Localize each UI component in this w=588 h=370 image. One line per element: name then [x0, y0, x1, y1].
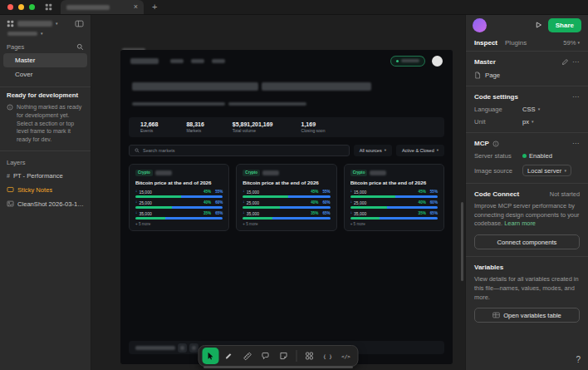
enabled-status-dot [522, 154, 527, 158]
present-icon[interactable] [535, 21, 542, 29]
market-card[interactable]: Crypto Bitcoin price at the end of 2026 … [236, 164, 336, 231]
user-avatar[interactable] [473, 18, 487, 32]
market-card[interactable]: Crypto Bitcoin price at the end of 2026 … [129, 164, 229, 231]
more-outcomes-label[interactable]: + 5 more [135, 222, 223, 226]
status-dropdown[interactable]: Active & Closed ▾ [396, 145, 444, 156]
arrow-down-icon: ↓ [350, 200, 352, 205]
file-tab[interactable]: × [61, 0, 144, 14]
inspect-cursor-tool[interactable] [203, 348, 219, 364]
annotate-tool[interactable] [221, 348, 238, 364]
language-dropdown[interactable]: CSS ▾ [522, 106, 540, 113]
stat-volume: $5,891,201,169 Total volume [233, 121, 273, 134]
outcome-row[interactable]: ↓ 35,000 35% 65% [243, 211, 330, 220]
arrow-down-icon: ↓ [135, 200, 137, 205]
chevron-down-icon: ▾ [577, 41, 580, 45]
search-icon[interactable] [76, 43, 84, 51]
card-title: Bitcoin price at the end of 2026 [350, 180, 438, 186]
figma-dev-mode-window: × + ▾ ▾ [0, 0, 588, 370]
sidebar-page-master[interactable]: Master [3, 53, 87, 67]
edit-icon[interactable] [561, 58, 569, 66]
outcome-row[interactable]: ↓ 25,000 40% 60% [135, 200, 223, 209]
file-header: ▾ ▾ [0, 15, 91, 37]
search-input[interactable] [143, 148, 344, 153]
footer-action-button[interactable] [178, 343, 187, 353]
stat-value: 88,316 [186, 121, 203, 129]
more-options-icon[interactable]: ⋯ [572, 59, 580, 66]
outcome-bar [350, 195, 438, 198]
outcome-row[interactable]: ↓ 25,000 40% 60% [350, 200, 438, 209]
chevron-down-icon[interactable]: ▾ [56, 22, 58, 26]
connect-components-button[interactable]: Connect components [474, 234, 580, 249]
close-tab-icon[interactable]: × [134, 3, 138, 11]
sidebar-page-cover[interactable]: Cover [3, 67, 87, 81]
more-options-icon[interactable]: ⋯ [572, 94, 580, 101]
sources-dropdown[interactable]: All sources ▾ [354, 145, 392, 156]
page-row[interactable]: Page [474, 72, 580, 79]
more-outcomes-label[interactable]: + 5 more [350, 222, 438, 226]
minimize-window-button[interactable] [18, 4, 24, 10]
toggle-panel-icon[interactable] [75, 20, 84, 27]
yes-percent: 45% [203, 190, 211, 194]
redacted-hero-line [262, 82, 371, 91]
chevron-down-icon[interactable]: ▾ [41, 32, 43, 36]
home-grid-icon[interactable] [45, 3, 52, 11]
layer-item-section[interactable]: Sticky Notes [0, 183, 91, 197]
layer-item-frame[interactable]: # PT - Performance [0, 169, 91, 183]
measure-tool[interactable] [239, 348, 256, 364]
design-frame[interactable]: 12,668 Events 88,316 Markets $5,891,201,… [120, 50, 453, 364]
horizontal-scrollbar[interactable] [203, 366, 353, 368]
outcome-row[interactable]: ↓ 15,000 45% 55% [243, 190, 330, 198]
image-source-dropdown[interactable]: Local server ▾ [522, 165, 571, 176]
grid-view-tool[interactable] [301, 348, 318, 364]
new-tab-button[interactable]: + [152, 2, 157, 12]
arrow-down-icon: ↓ [243, 211, 244, 215]
unit-label: Unit [474, 118, 522, 126]
code-tool[interactable]: </> [338, 348, 355, 364]
redacted-cta-text [401, 59, 419, 62]
app-body: ▾ ▾ Pages Master [0, 15, 588, 370]
footer-action-button[interactable] [189, 343, 198, 353]
main-menu-icon[interactable] [7, 20, 14, 27]
design-avatar[interactable] [432, 56, 443, 67]
toolbar-divider [296, 350, 297, 362]
outcome-row[interactable]: ↓ 15,000 45% 55% [350, 190, 438, 198]
language-value: CSS [522, 106, 536, 113]
market-card[interactable]: Crypto Bitcoin price at the end of 2026 … [344, 164, 444, 231]
more-options-icon[interactable]: ⋯ [572, 141, 580, 147]
vertical-scrollbar[interactable] [461, 202, 463, 281]
redacted-hero-line [132, 82, 258, 91]
window-titlebar: × + [0, 0, 588, 15]
outcome-row[interactable]: ↓ 15,000 45% 55% [135, 190, 223, 198]
zoom-dropdown[interactable]: 59% ▾ [563, 39, 580, 47]
outcome-row[interactable]: ↓ 35,000 35% 65% [135, 211, 223, 220]
outcome-row[interactable]: ↓ 35,000 35% 65% [350, 211, 438, 220]
sticker-tool[interactable] [276, 348, 292, 364]
page-label: Cover [15, 71, 32, 78]
close-window-button[interactable] [7, 4, 13, 10]
info-icon[interactable] [492, 141, 499, 147]
info-icon [7, 104, 13, 144]
search-field[interactable] [129, 145, 350, 156]
redacted-tab-title [66, 5, 110, 10]
tab-plugins[interactable]: Plugins [505, 39, 527, 47]
card-title: Bitcoin price at the end of 2026 [243, 180, 330, 186]
right-panel-header: Share [466, 15, 588, 35]
pages-label: Pages [7, 43, 24, 51]
help-button[interactable]: ? [576, 355, 581, 364]
more-outcomes-label[interactable]: + 5 more [243, 222, 330, 226]
share-button[interactable]: Share [548, 18, 581, 32]
learn-more-link[interactable]: Learn more [504, 220, 536, 227]
fullscreen-window-button[interactable] [29, 4, 35, 10]
tab-inspect[interactable]: Inspect [474, 39, 497, 47]
code-settings-section: Code settings ⋯ Language CSS ▾ Unit px ▾ [466, 86, 588, 133]
design-cta-pill[interactable] [390, 56, 425, 67]
table-icon [492, 312, 500, 318]
comment-tool[interactable] [257, 348, 274, 364]
canvas[interactable]: -500501001502002503003504004505005506006… [91, 15, 465, 370]
open-variables-table-button[interactable]: Open variables table [474, 308, 580, 323]
variables-tool[interactable]: { } [320, 348, 336, 364]
arrow-down-icon: ↓ [350, 211, 352, 215]
outcome-row[interactable]: ↓ 25,000 40% 60% [243, 200, 330, 209]
layer-item-image[interactable]: CleanShot 2026-03-13 at 17.10.00 [0, 197, 91, 211]
unit-dropdown[interactable]: px ▾ [522, 118, 534, 126]
